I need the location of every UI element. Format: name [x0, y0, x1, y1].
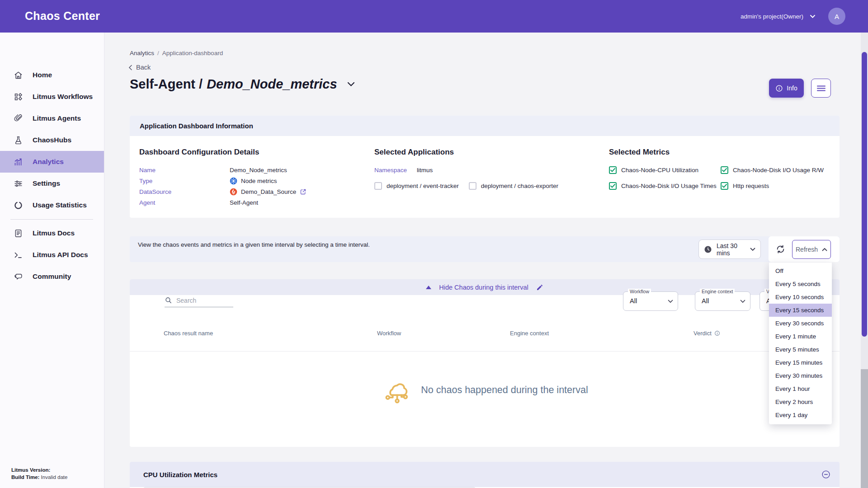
home-icon — [14, 70, 23, 80]
config-row-datasource: DataSource Demo_Data_Source — [139, 186, 374, 197]
checkbox-checked[interactable] — [609, 182, 617, 190]
search-box — [165, 294, 233, 307]
hide-chaos-toggle-label[interactable]: Hide Chaos during this interval — [439, 284, 528, 291]
chevron-down-icon[interactable] — [810, 14, 816, 19]
scrollbar — [861, 33, 868, 488]
sidebar-divider — [10, 219, 93, 220]
title-dashboard-name: Demo_Node_metrics — [207, 77, 337, 92]
menu-item-every-15-minutes[interactable]: Every 15 minutes — [769, 356, 832, 369]
clock-icon — [704, 245, 712, 253]
workflow-filter[interactable]: Workflow All — [623, 291, 678, 311]
menu-item-every-30-seconds[interactable]: Every 30 seconds — [769, 317, 832, 330]
sidebar-item-label: Litmus Docs — [33, 229, 75, 237]
project-selector[interactable]: admin's project(Owner) — [741, 13, 803, 20]
menu-item-every-1-day[interactable]: Every 1 day — [769, 408, 832, 422]
sidebar-item-home[interactable]: Home — [0, 64, 104, 86]
empty-message: No chaos happened during the interval — [421, 385, 588, 396]
app-header: Chaos Center admin's project(Owner) A — [0, 0, 868, 33]
agents-icon — [14, 114, 23, 123]
document-icon — [14, 229, 23, 238]
sidebar-item-chaoshubs[interactable]: ChaosHubs — [0, 129, 104, 151]
bar-chart-icon — [14, 157, 23, 167]
menu-item-every-1-hour[interactable]: Every 1 hour — [769, 382, 832, 395]
scrollbar-track[interactable] — [861, 369, 868, 488]
sidebar-item-settings[interactable]: Settings — [0, 173, 104, 194]
sidebar-item-litmus-agents[interactable]: Litmus Agents — [0, 108, 104, 129]
back-label: Back — [136, 64, 151, 71]
menu-item-every-5-seconds[interactable]: Every 5 seconds — [769, 277, 832, 291]
cpu-panel-title: CPU Utilization Metrics — [143, 471, 821, 479]
sidebar-item-litmus-workflows[interactable]: Litmus Workflows — [0, 86, 104, 108]
menu-item-every-10-seconds[interactable]: Every 10 seconds — [769, 291, 832, 304]
menu-item-every-1-minute[interactable]: Every 1 minute — [769, 330, 832, 343]
time-range-select[interactable]: Last 30 mins — [698, 239, 761, 259]
menu-item-every-5-minutes[interactable]: Every 5 minutes — [769, 343, 832, 356]
chevron-down-icon[interactable] — [347, 82, 355, 87]
menu-item-every-15-seconds[interactable]: Every 15 seconds — [769, 304, 832, 317]
prometheus-icon — [230, 188, 237, 196]
chevron-down-icon — [740, 300, 745, 303]
sidebar-item-usage-statistics[interactable]: Usage Statistics — [0, 194, 104, 216]
refresh-interval-button[interactable]: Refresh — [792, 240, 831, 259]
checkbox-checked[interactable] — [609, 166, 617, 174]
menu-item-every-30-minutes[interactable]: Every 30 minutes — [769, 369, 832, 382]
chevron-up-icon — [822, 248, 827, 251]
refresh-icon[interactable] — [769, 244, 792, 254]
info-panel-title: Application Dashboard Information — [140, 122, 253, 130]
checkbox-checked[interactable] — [721, 166, 728, 174]
column-header-engine-context: Engine context — [510, 330, 549, 337]
terminal-icon — [14, 250, 23, 260]
breadcrumb: Analytics/Application-dashboard — [130, 50, 223, 56]
scrollbar-thumb[interactable] — [862, 52, 867, 337]
menu-item-every-2-hours[interactable]: Every 2 hours — [769, 395, 832, 408]
metric-checkbox-row: Chaos-Node-CPU Utilization — [609, 166, 721, 174]
sidebar-item-litmus-docs[interactable]: Litmus Docs — [0, 222, 104, 244]
info-circle-icon[interactable] — [714, 330, 720, 336]
checkbox-unchecked[interactable] — [374, 182, 382, 190]
external-link-icon[interactable] — [300, 188, 307, 195]
chaos-results-panel: Hide Chaos during this interval Workflow… — [130, 279, 840, 447]
triangle-up-icon[interactable] — [426, 286, 431, 289]
build-time-label: Build Time: — [11, 474, 39, 480]
build-time-value: Invalid date — [41, 474, 68, 480]
dashboard-menu-button[interactable] — [811, 79, 831, 98]
breadcrumb-analytics[interactable]: Analytics — [130, 50, 154, 56]
dashboard-configuration-column: Dashboard Configuration Details Name Dem… — [139, 136, 374, 208]
app-title: Chaos Center — [25, 9, 100, 23]
litmus-version-label: Litmus Version: — [11, 467, 50, 473]
engine-context-filter[interactable]: Engine context All — [695, 291, 750, 311]
sidebar-item-community[interactable]: Community — [0, 266, 104, 287]
config-title: Dashboard Configuration Details — [139, 148, 374, 157]
metric-checkbox-row: Chaos-Node-Disk I/O Usage R/W — [721, 166, 835, 174]
metric-checkbox-row: Http requests — [721, 182, 835, 190]
checkbox-checked[interactable] — [721, 182, 728, 190]
sidebar-item-analytics[interactable]: Analytics — [0, 151, 104, 173]
sidebar-item-label: Litmus Workflows — [33, 93, 93, 101]
sidebar-item-label: ChaosHubs — [33, 136, 71, 144]
sidebar-item-litmus-api-docs[interactable]: Litmus API Docs — [0, 244, 104, 266]
namespace-value: litmus — [417, 167, 433, 174]
time-interval-bar: View the chaos events and metrics in a g… — [130, 236, 840, 262]
collapse-minus-icon[interactable] — [821, 470, 830, 479]
checkbox-unchecked[interactable] — [469, 182, 476, 190]
sidebar-item-label: Community — [33, 272, 71, 281]
chevron-down-icon — [750, 248, 755, 251]
workflows-icon — [14, 92, 23, 102]
info-button[interactable]: Info — [769, 79, 804, 98]
applications-title: Selected Applications — [374, 148, 609, 157]
application-checkbox-row: deployment / event-tracker — [374, 182, 459, 190]
cpu-utilization-panel: CPU Utilization Metrics — [130, 462, 840, 488]
sidebar: Home Litmus Workflows Litmus Agents Chao… — [0, 33, 104, 488]
avatar[interactable]: A — [828, 8, 845, 25]
title-agent: Self-Agent / — [130, 77, 203, 92]
menu-item-off[interactable]: Off — [769, 264, 832, 277]
back-button[interactable]: Back — [128, 64, 151, 71]
metric-checkbox-row: Chaos-Node-Disk I/O Usage Times — [609, 182, 721, 190]
pencil-icon[interactable] — [536, 284, 543, 291]
search-input[interactable] — [176, 297, 228, 304]
config-row-name: Name Demo_Node_metrics — [139, 164, 374, 175]
empty-state: No chaos happened during the interval — [130, 364, 840, 416]
chat-bubbles-icon — [14, 272, 23, 282]
info-panel-header: Application Dashboard Information — [130, 116, 840, 136]
refresh-label: Refresh — [796, 246, 818, 253]
